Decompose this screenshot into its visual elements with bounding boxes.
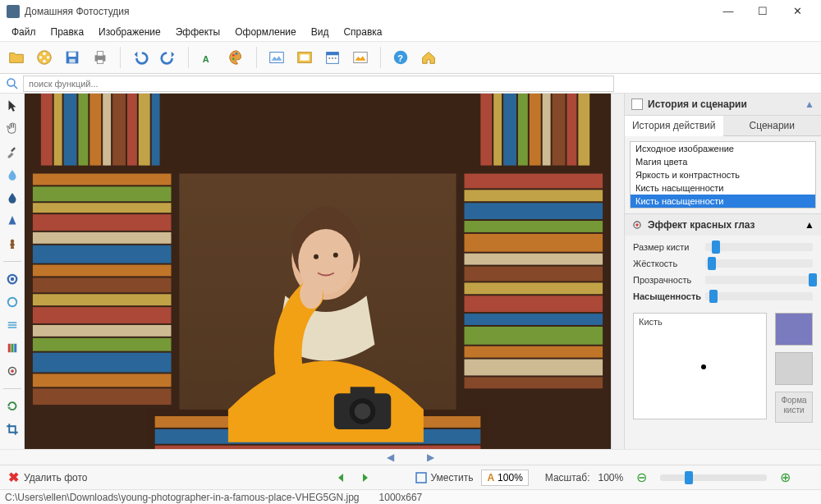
slider-track[interactable] bbox=[705, 243, 813, 251]
status-filepath: C:\Users\ellen\Downloads\young-photograp… bbox=[5, 492, 360, 503]
toolbar-separator bbox=[256, 47, 257, 68]
delete-photo-button[interactable]: ✖ Удалить фото bbox=[8, 470, 87, 485]
slider-thumb[interactable] bbox=[709, 290, 718, 303]
menu-справка[interactable]: Справка bbox=[337, 25, 388, 39]
svg-rect-19 bbox=[327, 53, 339, 56]
svg-rect-70 bbox=[465, 314, 603, 325]
history-panel-header[interactable]: История и сценарии ▲ bbox=[625, 94, 821, 116]
help-button[interactable]: ? bbox=[389, 46, 412, 69]
fit-button[interactable]: Уместить bbox=[415, 472, 473, 483]
color-swatch-primary[interactable] bbox=[775, 313, 813, 346]
image-import-button[interactable] bbox=[265, 46, 288, 69]
open-folder-button[interactable] bbox=[5, 46, 28, 69]
svg-rect-93 bbox=[578, 94, 589, 166]
search-input[interactable] bbox=[23, 76, 614, 92]
slider-track[interactable] bbox=[705, 259, 813, 268]
image-frame-button[interactable] bbox=[293, 46, 316, 69]
print-button[interactable] bbox=[89, 46, 112, 69]
slider-thumb[interactable] bbox=[809, 273, 817, 286]
slider-track[interactable] bbox=[705, 292, 813, 300]
svg-rect-62 bbox=[465, 190, 603, 201]
tool-circle-outline[interactable] bbox=[2, 293, 22, 311]
tool-eyedropper[interactable] bbox=[2, 143, 22, 161]
tab-scenarios[interactable]: Сценарии bbox=[723, 116, 822, 136]
history-item[interactable]: Кисть насыщенности bbox=[631, 181, 815, 195]
nav-right-icon[interactable]: ▶ bbox=[427, 451, 434, 463]
svg-point-100 bbox=[314, 254, 319, 259]
svg-rect-24 bbox=[354, 53, 368, 63]
brush-shape-button[interactable]: Форма кисти bbox=[775, 392, 813, 423]
redo-button[interactable] bbox=[157, 46, 180, 69]
tool-redeye-remove[interactable] bbox=[2, 362, 22, 380]
close-button[interactable]: ✕ bbox=[780, 2, 814, 21]
tab-history[interactable]: История действий bbox=[625, 116, 723, 136]
nav-left-icon[interactable]: ◀ bbox=[387, 451, 394, 463]
menu-эффекты[interactable]: Эффекты bbox=[169, 25, 227, 39]
history-item[interactable]: Яркость и контрастность bbox=[631, 168, 815, 181]
svg-rect-63 bbox=[465, 203, 603, 219]
app-icon bbox=[7, 5, 20, 18]
home-button[interactable] bbox=[417, 46, 440, 69]
zoom-slider[interactable] bbox=[660, 474, 767, 481]
svg-rect-91 bbox=[553, 94, 566, 166]
toolbar-separator bbox=[380, 47, 381, 68]
tool-rgb-bars[interactable] bbox=[2, 339, 22, 357]
slider-thumb[interactable] bbox=[712, 241, 720, 254]
zoom-slider-thumb[interactable] bbox=[685, 471, 693, 484]
svg-rect-83 bbox=[139, 94, 150, 166]
svg-rect-37 bbox=[11, 344, 13, 353]
zoom-out-button[interactable]: ⊖ bbox=[636, 470, 647, 485]
image-color-button[interactable] bbox=[349, 46, 372, 69]
menu-изображение[interactable]: Изображение bbox=[92, 25, 167, 39]
menu-правка[interactable]: Правка bbox=[44, 25, 91, 39]
scale-value: 100% bbox=[599, 472, 624, 483]
svg-point-105 bbox=[355, 403, 371, 419]
tool-cone[interactable] bbox=[2, 212, 22, 230]
palette-button[interactable] bbox=[225, 46, 248, 69]
zoom-in-button[interactable]: ⊕ bbox=[780, 470, 791, 485]
tool-drop[interactable] bbox=[2, 166, 22, 184]
svg-point-14 bbox=[232, 57, 235, 60]
undo-button[interactable] bbox=[129, 46, 152, 69]
film-reel-button[interactable] bbox=[33, 46, 56, 69]
svg-rect-51 bbox=[33, 245, 172, 263]
tool-hand[interactable] bbox=[2, 120, 22, 138]
image-canvas[interactable] bbox=[25, 94, 611, 449]
minimize-button[interactable]: — bbox=[711, 2, 745, 21]
text-a-button[interactable]: A bbox=[197, 46, 220, 69]
history-item[interactable]: Магия цвета bbox=[631, 155, 815, 168]
status-bar: C:\Users\ellen\Downloads\young-photograp… bbox=[0, 489, 821, 504]
tool-drop-dark[interactable] bbox=[2, 189, 22, 207]
prev-photo-button[interactable] bbox=[333, 470, 351, 485]
collapse-effect-icon[interactable]: ▲ bbox=[805, 219, 814, 231]
color-swatch-secondary[interactable] bbox=[775, 352, 813, 385]
canvas-scrollbar[interactable] bbox=[611, 94, 624, 449]
delete-label: Удалить фото bbox=[24, 472, 87, 483]
tool-rotate[interactable] bbox=[2, 397, 22, 415]
zoom-100-box[interactable]: A 100% bbox=[481, 470, 528, 486]
menu-оформление[interactable]: Оформление bbox=[228, 25, 302, 39]
svg-rect-90 bbox=[543, 94, 551, 166]
tool-crop[interactable] bbox=[2, 420, 22, 438]
history-item[interactable]: Исходное изображение bbox=[631, 142, 815, 155]
menu-файл[interactable]: Файл bbox=[5, 25, 43, 39]
maximize-button[interactable]: ☐ bbox=[745, 2, 780, 21]
tool-cursor[interactable] bbox=[2, 97, 22, 115]
collapse-icon[interactable]: ▲ bbox=[805, 99, 814, 110]
calendar-button[interactable] bbox=[321, 46, 344, 69]
save-button[interactable] bbox=[61, 46, 84, 69]
slider-thumb[interactable] bbox=[708, 257, 716, 270]
tool-lines[interactable] bbox=[2, 316, 22, 334]
prev-next-buttons bbox=[333, 470, 374, 485]
history-list[interactable]: Исходное изображениеМагия цветаЯркость и… bbox=[630, 141, 816, 208]
next-photo-button[interactable] bbox=[356, 470, 374, 485]
history-item[interactable]: Кисть насыщенности bbox=[631, 195, 815, 208]
menu-вид[interactable]: Вид bbox=[305, 25, 336, 39]
tool-hue-ring[interactable] bbox=[2, 270, 22, 288]
slider-track[interactable] bbox=[705, 276, 813, 284]
svg-point-2 bbox=[43, 60, 46, 63]
effect-panel-header[interactable]: Эффект красных глаз ▲ bbox=[625, 213, 821, 236]
svg-rect-38 bbox=[14, 344, 16, 353]
left-toolbox bbox=[0, 94, 25, 449]
tool-chess-piece[interactable] bbox=[2, 235, 22, 253]
